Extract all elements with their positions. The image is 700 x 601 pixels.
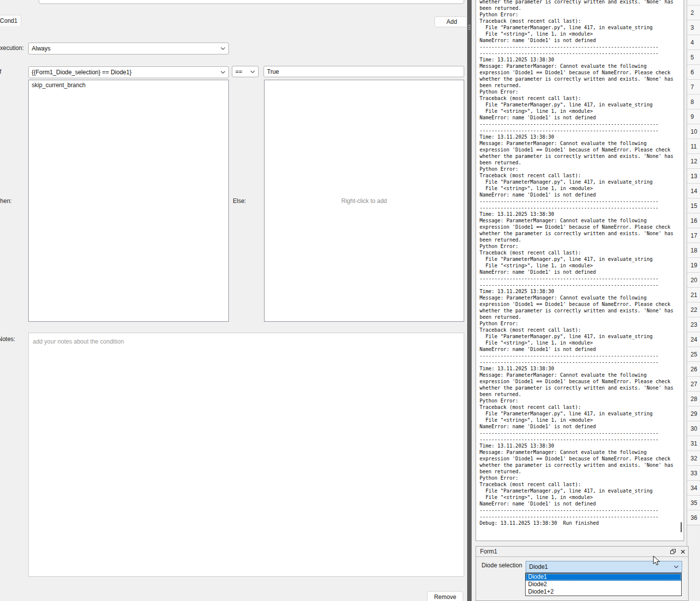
row-number-cell: 33	[687, 465, 700, 480]
notes-label: Notes:	[0, 336, 15, 343]
chevron-down-icon	[220, 47, 225, 50]
if-label: If	[0, 68, 1, 75]
row-number-cell: 14	[687, 183, 700, 198]
row-number-cell: 30	[687, 421, 700, 436]
row-number-cell: 5	[687, 50, 700, 64]
row-number-cell: 12	[687, 153, 700, 168]
row-number-cell: 25	[687, 347, 700, 361]
diode-selection-value: Diode1	[529, 563, 548, 570]
row-number-cell: 34	[687, 480, 700, 495]
focus-indicator	[526, 573, 681, 574]
form1-title: Form1	[480, 548, 497, 555]
if-expression-combobox[interactable]: {{Form1_Diode_selection} == Diode1}	[28, 66, 229, 78]
row-number-cell: 9	[687, 109, 700, 124]
operator-value: ==	[235, 68, 242, 75]
row-number-cell: 6	[687, 64, 700, 79]
row-number-cell: 13	[687, 168, 700, 183]
operator-combobox[interactable]: ==	[232, 66, 259, 77]
row-number-cell: 29	[687, 406, 700, 421]
row-number-cell: 19	[687, 257, 700, 272]
then-list[interactable]: skip_current_branch	[28, 80, 229, 322]
row-number-cell: 17	[687, 228, 700, 243]
row-number-cell: 16	[687, 213, 700, 228]
remove-button-label: Remove	[434, 594, 456, 601]
row-number-cells: 2345678910111213141516171819202122232425…	[687, 0, 700, 525]
row-number-cell: 23	[687, 317, 700, 332]
mouse-cursor	[653, 555, 661, 566]
then-list-item[interactable]: skip_current_branch	[29, 80, 228, 90]
execution-value: Always	[32, 45, 51, 52]
notes-textarea[interactable]: add your notes about the condition	[28, 333, 464, 577]
row-number-cell: 20	[687, 272, 700, 287]
row-number-cell: 11	[687, 139, 700, 153]
row-number-cell: 26	[687, 361, 700, 376]
close-icon[interactable]	[681, 550, 685, 554]
chevron-down-icon	[250, 70, 255, 73]
diode-dropdown-list: Diode1Diode2Diode1+2	[525, 573, 682, 596]
else-list[interactable]: Right-click to add	[264, 80, 464, 322]
then-label: Then:	[0, 198, 12, 204]
execution-combobox[interactable]: Always	[28, 43, 229, 54]
add-button-label: Add	[446, 18, 457, 25]
row-number-cell: 28	[687, 391, 700, 406]
row-number-cell: 27	[687, 376, 700, 391]
row-number-partial-cell	[687, 0, 700, 5]
app-root: { "condition_editor": { "tab_label": "Co…	[0, 0, 700, 601]
row-number-cell: 24	[687, 332, 700, 347]
splitter-grip-icon	[468, 25, 471, 31]
else-label: Else:	[233, 198, 246, 204]
row-number-cell: 7	[687, 79, 700, 94]
compare-value-text: True	[267, 68, 279, 75]
row-number-cell: 10	[687, 124, 700, 139]
row-number-cell: 36	[687, 510, 700, 525]
execution-label: Execution:	[0, 45, 24, 51]
row-number-cell: 21	[687, 287, 700, 302]
row-number-cell: 22	[687, 302, 700, 317]
if-expression-value: {{Form1_Diode_selection} == Diode1}	[32, 69, 131, 76]
row-number-cell: 18	[687, 243, 700, 257]
row-number-column: 2345678910111213141516171819202122232425…	[687, 0, 700, 601]
tab-cond1[interactable]: Cond1	[0, 15, 21, 26]
dropdown-option-diode1[interactable]: Diode1	[526, 573, 681, 581]
chevron-down-icon	[220, 71, 225, 74]
float-window-icon[interactable]	[670, 549, 676, 554]
dropdown-option-diode2[interactable]: Diode2	[526, 581, 681, 588]
splitter-bar	[467, 0, 472, 601]
notes-placeholder: add your notes about the condition	[33, 338, 124, 345]
log-scrollbar-thumb[interactable]	[681, 522, 682, 532]
row-number-cell: 31	[687, 436, 700, 451]
panel-splitter[interactable]	[466, 0, 475, 601]
compare-value-input[interactable]: True	[264, 66, 464, 77]
else-placeholder: Right-click to add	[341, 198, 387, 204]
remove-button[interactable]: Remove	[427, 591, 463, 601]
row-number-cell: 32	[687, 451, 700, 465]
row-number-cell: 4	[687, 35, 700, 50]
row-number-cell: 15	[687, 198, 700, 213]
add-button[interactable]: Add	[434, 16, 469, 27]
tab-cond1-label: Cond1	[0, 17, 17, 24]
diode-selection-label: Diode selection	[482, 562, 522, 569]
chevron-down-icon	[674, 565, 679, 568]
dropdown-option-diode1-2[interactable]: Diode1+2	[526, 588, 681, 596]
log-output-panel[interactable]: whether the parameter is correctly writt…	[476, 0, 684, 541]
row-number-cell: 3	[687, 20, 700, 35]
row-number-cell: 8	[687, 94, 700, 109]
row-number-cell: 2	[687, 5, 700, 20]
log-text: whether the parameter is correctly writt…	[480, 0, 673, 526]
row-number-cell: 35	[687, 495, 700, 510]
top-cropped-field	[39, 0, 464, 4]
